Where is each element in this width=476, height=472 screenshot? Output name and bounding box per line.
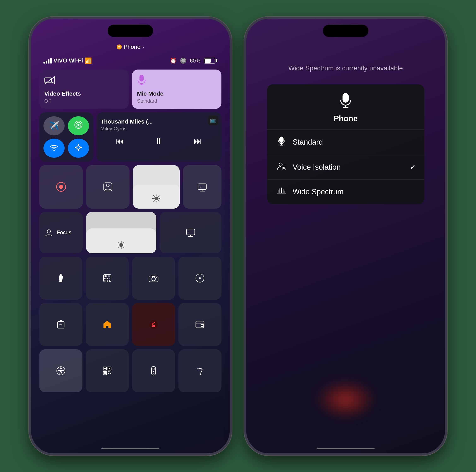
media-player[interactable]: 📺 Thousand Miles (... Miley Cyrus ⏮ ⏸ ⏭ xyxy=(96,112,221,162)
appletv-button-2[interactable]: tv xyxy=(160,212,221,253)
wifi-button[interactable] xyxy=(43,139,65,158)
mic-option-wide-spectrum[interactable]: Wide Spectrum xyxy=(267,180,424,204)
voice-isolation-checkmark: ✓ xyxy=(410,163,416,171)
calculator-button[interactable] xyxy=(86,257,129,300)
qrcode-button[interactable] xyxy=(86,349,129,392)
accessibility-button[interactable] xyxy=(39,349,82,392)
svg-rect-60 xyxy=(60,320,62,322)
svg-rect-65 xyxy=(201,324,204,326)
hearing-button[interactable] xyxy=(178,349,221,392)
next-track-button[interactable]: ⏭ xyxy=(194,136,202,146)
svg-rect-61 xyxy=(106,326,108,328)
mic-option-standard[interactable]: Standard xyxy=(267,130,424,155)
cellular-button[interactable] xyxy=(68,116,89,135)
media-app-icon: 📺 xyxy=(208,116,218,125)
bar4 xyxy=(50,58,52,64)
svg-point-82 xyxy=(200,373,201,375)
battery-button[interactable] xyxy=(39,303,82,346)
play-pause-button[interactable]: ⏸ xyxy=(155,136,163,146)
airdrop-button[interactable] xyxy=(86,165,130,209)
svg-line-35 xyxy=(123,242,124,243)
svg-marker-43 xyxy=(59,273,63,277)
brightness-vertical-slider[interactable] xyxy=(86,212,156,253)
media-title: Thousand Miles (... xyxy=(101,118,163,125)
bottom-grid-2 xyxy=(39,303,221,346)
alarm-icon: ⏰ xyxy=(170,58,177,64)
flashlight-button[interactable] xyxy=(39,257,82,300)
home-button[interactable] xyxy=(86,303,129,346)
carrier-label: VIVO Wi-Fi xyxy=(53,57,83,64)
location-icon: 🔘 xyxy=(180,58,187,64)
svg-rect-42 xyxy=(59,280,62,282)
battery-icon xyxy=(204,58,217,64)
app-indicator: 🎙 Phone › xyxy=(39,44,221,50)
bottom-grid-3 xyxy=(39,349,221,392)
video-effects-label: Video Effects xyxy=(44,90,124,97)
svg-rect-83 xyxy=(342,93,349,103)
chevron-icon: › xyxy=(142,44,144,50)
phone-1: 🎙 Phone › VIVO Wi-Fi 📶 ⏰ 🔘 60% xyxy=(29,17,232,455)
video-effects-icon xyxy=(44,74,124,87)
svg-point-62 xyxy=(149,320,158,329)
focus-row: Focus xyxy=(39,212,221,253)
svg-rect-74 xyxy=(108,371,109,372)
svg-point-13 xyxy=(106,184,109,187)
svg-rect-71 xyxy=(109,368,110,369)
shazam-button[interactable] xyxy=(132,303,175,346)
svg-point-14 xyxy=(154,197,158,200)
wifi-btn-icon xyxy=(50,143,58,153)
focus-button[interactable]: Focus xyxy=(39,212,83,253)
svg-point-48 xyxy=(107,278,108,279)
svg-point-51 xyxy=(107,280,108,282)
video-effects-button[interactable]: Video Effects Off xyxy=(39,69,129,109)
phone-2: Wide Spectrum is currently unavailable P… xyxy=(244,17,447,455)
svg-rect-69 xyxy=(104,368,106,369)
svg-rect-3 xyxy=(139,75,144,82)
mic-mode-label: Mic Mode xyxy=(137,90,217,97)
svg-rect-76 xyxy=(108,373,109,374)
voice-isolation-icon xyxy=(275,162,288,173)
brightness-icon xyxy=(152,194,160,204)
video-effects-sublabel: Off xyxy=(44,98,124,104)
phone1-screen: 🎙 Phone › VIVO Wi-Fi 📶 ⏰ 🔘 60% xyxy=(31,19,230,453)
standard-option-label: Standard xyxy=(293,138,416,147)
svg-line-33 xyxy=(118,242,119,243)
unavailable-text: Wide Spectrum is currently unavailable xyxy=(288,64,403,72)
airplane-mode-button[interactable]: ✈️ xyxy=(43,116,65,135)
signal-bars xyxy=(43,58,52,64)
screen-mirror-button[interactable] xyxy=(178,257,221,300)
dynamic-island-1 xyxy=(108,25,153,37)
svg-point-79 xyxy=(153,368,154,370)
camera-button[interactable] xyxy=(132,257,175,300)
svg-point-67 xyxy=(60,368,62,369)
svg-text:tv: tv xyxy=(200,186,201,188)
svg-marker-41 xyxy=(59,277,63,280)
svg-rect-78 xyxy=(152,367,156,375)
home-bar-1 xyxy=(102,448,159,449)
brightness-slider[interactable] xyxy=(133,165,180,209)
status-right: ⏰ 🔘 60% xyxy=(170,58,217,64)
svg-point-47 xyxy=(104,278,105,279)
wallet-button[interactable] xyxy=(178,303,221,346)
utility-row: tv xyxy=(39,165,221,209)
mic-mode-button[interactable]: Mic Mode Standard xyxy=(132,69,221,109)
cellular-icon xyxy=(74,121,83,131)
svg-line-19 xyxy=(153,196,154,197)
screen-record-button[interactable] xyxy=(39,165,83,209)
prev-track-button[interactable]: ⏮ xyxy=(116,136,124,146)
svg-rect-64 xyxy=(196,323,204,324)
appletv-button[interactable]: tv xyxy=(183,165,221,209)
red-glow xyxy=(315,379,377,420)
status-bar: VIVO Wi-Fi 📶 ⏰ 🔘 60% xyxy=(39,55,221,66)
mic-option-voice-isolation[interactable]: Voice Isolation ✓ xyxy=(267,155,424,180)
remote-button[interactable] xyxy=(132,349,175,392)
svg-line-20 xyxy=(158,200,159,201)
media-controls: ⏮ ⏸ ⏭ xyxy=(101,136,217,146)
media-connectivity-row: ✈️ xyxy=(39,112,221,162)
battery-tip xyxy=(216,59,217,62)
bottom-grid-1 xyxy=(39,257,221,300)
svg-point-80 xyxy=(153,371,154,372)
svg-point-54 xyxy=(152,277,155,281)
svg-rect-23 xyxy=(198,184,206,189)
bluetooth-button[interactable]: ⯎ xyxy=(68,139,89,158)
